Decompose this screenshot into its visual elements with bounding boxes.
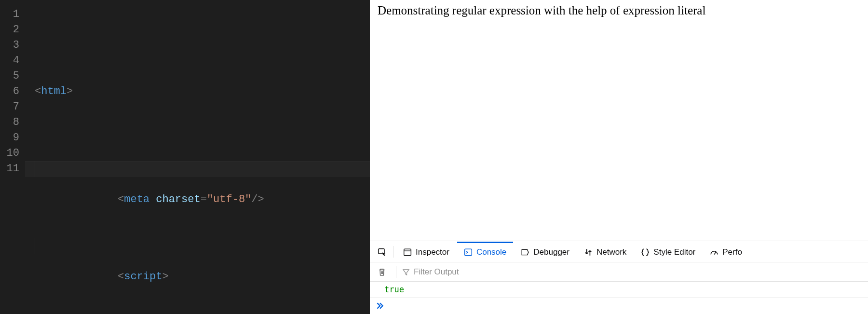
console-log-row[interactable]: true <box>370 282 868 298</box>
line-number: 7 <box>0 99 19 115</box>
string: "utf-8" <box>207 193 251 205</box>
page-body-text: Demonstrating regular expression with th… <box>378 4 705 17</box>
attr-name: charset <box>156 193 200 205</box>
trash-icon <box>378 268 386 276</box>
tab-label: Console <box>476 247 506 257</box>
console-value: true <box>384 285 404 294</box>
tab-label: Debugger <box>533 247 570 257</box>
browser-pane: Demonstrating regular expression with th… <box>370 0 868 314</box>
tag-name: meta <box>124 193 149 205</box>
punct: > <box>162 271 168 283</box>
tab-inspector[interactable]: Inspector <box>396 241 456 262</box>
code-line: <meta charset="utf-8"/> <box>35 161 370 177</box>
devtools-tabbar: Inspector Console Debugger Network Style <box>370 241 868 262</box>
rendered-page: Demonstrating regular expression with th… <box>370 0 868 241</box>
tab-label: Network <box>597 247 626 257</box>
tag-name: script <box>124 271 162 283</box>
tab-console[interactable]: Console <box>457 241 513 262</box>
line-number: 3 <box>0 38 19 53</box>
punct: > <box>67 85 73 97</box>
code-area[interactable]: <html> <meta charset="utf-8"/> <script> … <box>25 0 370 314</box>
tab-network[interactable]: Network <box>577 241 633 262</box>
punct: /> <box>251 193 264 205</box>
network-icon <box>584 248 593 257</box>
line-number: 2 <box>0 22 19 38</box>
punct: < <box>118 271 124 283</box>
filter-icon <box>402 268 410 276</box>
tab-style-editor[interactable]: Style Editor <box>634 241 702 262</box>
tab-label: Perfo <box>722 247 742 257</box>
console-output-area: true <box>370 282 868 314</box>
tab-performance[interactable]: Perfo <box>703 241 749 262</box>
filter-input[interactable] <box>414 267 868 277</box>
line-number: 11 <box>0 161 19 177</box>
inspector-icon <box>403 248 412 257</box>
line-number: 9 <box>0 130 19 146</box>
line-number: 5 <box>0 68 19 84</box>
clear-console-button[interactable] <box>374 262 390 281</box>
code-line: <script> <box>35 238 370 254</box>
tab-label: Inspector <box>416 247 449 257</box>
line-number: 6 <box>0 84 19 99</box>
svg-rect-1 <box>404 249 411 256</box>
line-number: 10 <box>0 146 19 161</box>
performance-icon <box>710 248 719 257</box>
console-filter-bar <box>370 262 868 282</box>
punct: < <box>118 193 124 205</box>
punct: < <box>35 85 41 97</box>
line-number: 8 <box>0 115 19 130</box>
console-input-prompt[interactable] <box>370 298 868 314</box>
svg-line-4 <box>714 252 716 255</box>
element-picker-button[interactable] <box>374 241 390 262</box>
punct: = <box>201 193 207 205</box>
tab-label: Style Editor <box>653 247 695 257</box>
code-line: <html> <box>35 84 370 99</box>
tab-debugger[interactable]: Debugger <box>514 241 576 262</box>
separator <box>393 246 393 258</box>
app-root: 1 2 3 4 5 6 7 8 9 10 11 <html> <meta ch <box>0 0 868 314</box>
prompt-chevron-icon <box>376 301 384 310</box>
debugger-icon <box>521 248 529 257</box>
tag-name: html <box>41 85 67 97</box>
devtools-panel: Inspector Console Debugger Network Style <box>370 241 868 314</box>
console-icon <box>464 248 473 257</box>
code-editor[interactable]: 1 2 3 4 5 6 7 8 9 10 11 <html> <meta ch <box>0 0 370 314</box>
style-editor-icon <box>641 248 650 257</box>
line-number: 1 <box>0 7 19 22</box>
separator <box>396 266 396 278</box>
line-number-gutter: 1 2 3 4 5 6 7 8 9 10 11 <box>0 0 25 314</box>
line-number: 4 <box>0 53 19 68</box>
